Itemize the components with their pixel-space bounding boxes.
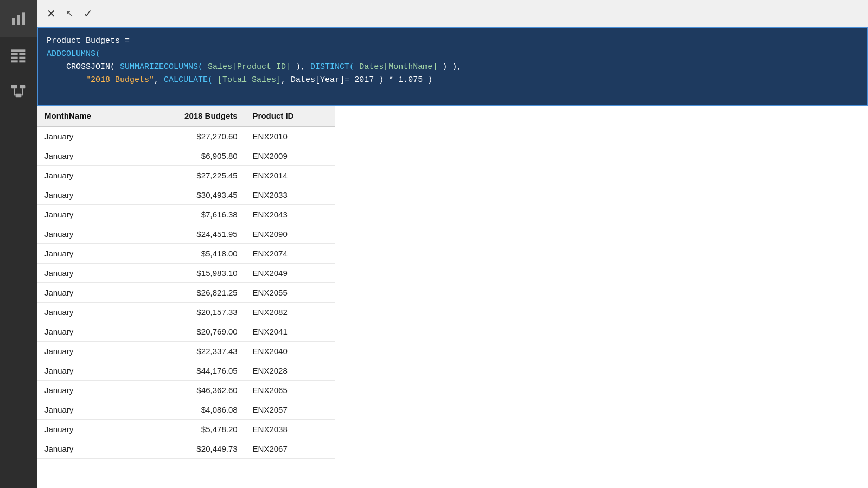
formula-line3-pre: CROSSJOIN( xyxy=(47,62,120,72)
svg-rect-3 xyxy=(11,49,26,52)
cell-budget: $27,225.45 xyxy=(136,166,245,185)
cursor-hint: ↖ xyxy=(63,3,76,24)
table-row: January $6,905.80 ENX2009 xyxy=(37,146,335,166)
cell-product: ENX2057 xyxy=(245,400,335,420)
table-header-row: MonthName 2018 Budgets Product ID xyxy=(37,106,335,126)
table-row: January $20,769.00 ENX2041 xyxy=(37,322,335,342)
svg-rect-1 xyxy=(17,15,20,25)
svg-rect-2 xyxy=(22,12,25,25)
cell-month: January xyxy=(37,264,136,283)
cell-product: ENX2074 xyxy=(245,244,335,264)
table-row: January $5,478.20 ENX2038 xyxy=(37,420,335,439)
svg-rect-10 xyxy=(11,85,17,89)
cell-budget: $6,905.80 xyxy=(136,146,245,166)
svg-rect-11 xyxy=(20,85,26,89)
cell-month: January xyxy=(37,224,136,244)
svg-rect-6 xyxy=(11,57,18,59)
formula-end: ) ), xyxy=(437,62,462,72)
table-row: January $4,086.08 ENX2057 xyxy=(37,400,335,420)
cell-product: ENX2049 xyxy=(245,264,335,283)
table-row: January $15,983.10 ENX2049 xyxy=(37,264,335,283)
formula-line4-mid: , xyxy=(154,75,164,85)
table-row: January $46,362.60 ENX2065 xyxy=(37,381,335,400)
col-header-monthname: MonthName xyxy=(37,106,136,126)
cell-budget: $15,983.10 xyxy=(136,264,245,283)
cell-month: January xyxy=(37,303,136,322)
cell-product: ENX2041 xyxy=(245,322,335,342)
cell-budget: $5,418.00 xyxy=(136,244,245,264)
formula-line4-pre xyxy=(47,75,86,85)
cell-product: ENX2040 xyxy=(245,342,335,361)
cell-product: ENX2082 xyxy=(245,303,335,322)
cell-month: January xyxy=(37,400,136,420)
cell-month: January xyxy=(37,342,136,361)
table-row: January $22,337.43 ENX2040 xyxy=(37,342,335,361)
cell-month: January xyxy=(37,439,136,459)
diagram-icon[interactable] xyxy=(0,74,37,111)
cell-month: January xyxy=(37,322,136,342)
cell-budget: $20,769.00 xyxy=(136,322,245,342)
table-body: January $27,270.60 ENX2010 January $6,90… xyxy=(37,126,335,459)
cell-budget: $27,270.60 xyxy=(136,126,245,146)
sidebar xyxy=(0,0,37,488)
cell-budget: $4,086.08 xyxy=(136,400,245,420)
cell-budget: $44,176.05 xyxy=(136,361,245,381)
col-header-productid: Product ID xyxy=(245,106,335,126)
cell-budget: $22,337.43 xyxy=(136,342,245,361)
cell-month: January xyxy=(37,205,136,224)
formula-editor[interactable]: Product Budgets = ADDCOLUMNS( CROSSJOIN(… xyxy=(37,27,868,106)
cell-budget: $7,616.38 xyxy=(136,205,245,224)
table-row: January $44,176.05 ENX2028 xyxy=(37,361,335,381)
cell-budget: $20,157.33 xyxy=(136,303,245,322)
svg-rect-4 xyxy=(11,53,18,55)
cell-product: ENX2010 xyxy=(245,126,335,146)
col-header-budgets: 2018 Budgets xyxy=(136,106,245,126)
cell-month: January xyxy=(37,244,136,264)
formula-calc: CALCULATE( xyxy=(164,75,213,85)
cell-product: ENX2009 xyxy=(245,146,335,166)
table-row: January $7,616.38 ENX2043 xyxy=(37,205,335,224)
formula-mid: ), xyxy=(291,62,310,72)
table-row: January $20,157.33 ENX2082 xyxy=(37,303,335,322)
cell-month: January xyxy=(37,420,136,439)
cell-product: ENX2090 xyxy=(245,224,335,244)
cancel-button[interactable]: ✕ xyxy=(41,4,61,23)
cell-month: January xyxy=(37,126,136,146)
table-row: January $27,225.45 ENX2014 xyxy=(37,166,335,185)
cell-product: ENX2033 xyxy=(245,185,335,205)
formula-measure: [Total Sales] xyxy=(213,75,281,85)
formula-filter: , Dates[Year]= 2017 ) * 1.075 ) xyxy=(281,75,432,85)
toolbar: ✕ ↖ ✓ xyxy=(37,0,868,27)
formula-func2: DISTINCT( xyxy=(310,62,354,72)
table-row: January $5,418.00 ENX2074 xyxy=(37,244,335,264)
cell-budget: $24,451.95 xyxy=(136,224,245,244)
data-table-container[interactable]: MonthName 2018 Budgets Product ID Januar… xyxy=(37,106,868,488)
cell-budget: $46,362.60 xyxy=(136,381,245,400)
cell-month: January xyxy=(37,185,136,205)
confirm-button[interactable]: ✓ xyxy=(78,4,98,23)
cell-product: ENX2055 xyxy=(245,283,335,303)
cell-month: January xyxy=(37,361,136,381)
cell-product: ENX2067 xyxy=(245,439,335,459)
svg-rect-7 xyxy=(19,57,25,59)
cell-product: ENX2043 xyxy=(245,205,335,224)
cell-budget: $26,821.25 xyxy=(136,283,245,303)
cell-month: January xyxy=(37,166,136,185)
cell-product: ENX2065 xyxy=(245,381,335,400)
table-icon[interactable] xyxy=(0,37,37,74)
bar-chart-icon[interactable] xyxy=(0,0,37,37)
svg-rect-8 xyxy=(11,60,18,62)
svg-rect-5 xyxy=(19,53,25,55)
table-row: January $30,493.45 ENX2033 xyxy=(37,185,335,205)
cell-month: January xyxy=(37,146,136,166)
table-row: January $27,270.60 ENX2010 xyxy=(37,126,335,146)
cell-budget: $30,493.45 xyxy=(136,185,245,205)
svg-rect-0 xyxy=(12,18,15,25)
cell-product: ENX2014 xyxy=(245,166,335,185)
formula-func1: SUMMARIZECOLUMNS( xyxy=(120,62,203,72)
data-table: MonthName 2018 Budgets Product ID Januar… xyxy=(37,106,335,459)
formula-line2: ADDCOLUMNS( xyxy=(47,49,100,59)
table-row: January $26,821.25 ENX2055 xyxy=(37,283,335,303)
svg-rect-9 xyxy=(19,60,25,62)
cell-product: ENX2038 xyxy=(245,420,335,439)
